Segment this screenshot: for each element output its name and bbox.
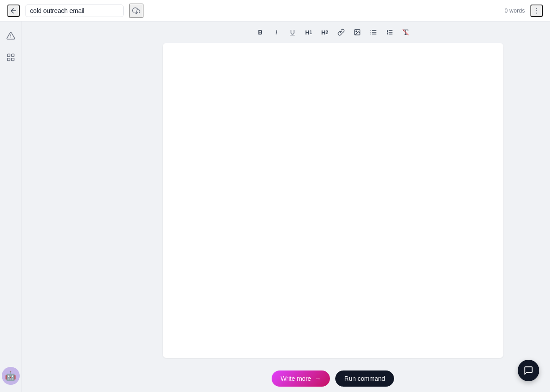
image-button[interactable] <box>350 25 364 39</box>
bullet-list-button[interactable] <box>366 25 381 39</box>
back-button[interactable] <box>7 4 20 17</box>
italic-button[interactable]: I <box>269 25 284 39</box>
h2-button[interactable]: H2 <box>318 25 332 39</box>
svg-point-17 <box>370 34 371 34</box>
svg-rect-7 <box>11 54 14 57</box>
action-bar: Write more → Run command <box>116 365 550 392</box>
svg-point-11 <box>355 31 356 32</box>
user-avatar[interactable]: 🤖 <box>2 367 20 385</box>
more-options-button[interactable] <box>530 4 543 17</box>
chat-support-button[interactable] <box>518 360 539 381</box>
clear-format-button[interactable] <box>398 25 413 39</box>
word-count: 0 words <box>504 7 525 14</box>
write-more-label: Write more <box>281 375 311 382</box>
sidebar-apps-icon[interactable] <box>4 50 18 65</box>
sidebar: 🤖 <box>0 22 22 392</box>
editor-paper[interactable] <box>163 43 503 358</box>
underline-button[interactable]: U <box>286 25 300 39</box>
svg-point-15 <box>370 30 371 30</box>
h1-button[interactable]: H1 <box>302 25 316 39</box>
write-more-button[interactable]: Write more → <box>272 370 330 387</box>
header: 0 words <box>0 0 550 22</box>
left-panel <box>22 22 116 392</box>
svg-point-1 <box>536 8 537 9</box>
run-command-label: Run command <box>344 375 385 382</box>
main-layout: 🤖 B I U H1 H2 <box>0 22 550 392</box>
sidebar-alert-icon[interactable] <box>4 29 18 43</box>
content-area: B I U H1 H2 <box>116 22 550 392</box>
link-button[interactable] <box>334 25 348 39</box>
svg-rect-8 <box>7 58 10 61</box>
document-title-input[interactable] <box>25 4 124 17</box>
write-more-arrow: → <box>315 375 321 382</box>
svg-point-3 <box>536 13 537 13</box>
svg-rect-6 <box>7 54 10 57</box>
formatting-toolbar: B I U H1 H2 <box>116 22 550 43</box>
bold-button[interactable]: B <box>253 25 268 39</box>
numbered-list-button[interactable] <box>382 25 397 39</box>
svg-rect-9 <box>11 58 14 61</box>
editor-wrapper[interactable] <box>116 43 550 365</box>
save-button[interactable] <box>129 4 143 18</box>
run-command-button[interactable]: Run command <box>335 370 394 387</box>
svg-point-2 <box>536 10 537 11</box>
sidebar-bottom: 🤖 <box>2 367 20 385</box>
svg-point-16 <box>370 32 371 32</box>
